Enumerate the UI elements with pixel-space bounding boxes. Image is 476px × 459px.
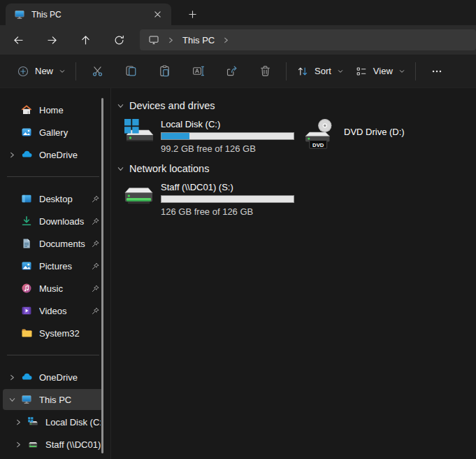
drive-name: Local Disk (C:) [161, 119, 294, 129]
sidebar-item-label: Local Disk (C:) [45, 417, 101, 428]
address-bar[interactable]: This PC [140, 29, 476, 50]
sort-icon [296, 65, 309, 78]
sidebar-item-pictures[interactable]: Pictures [3, 255, 103, 276]
file-explorer-window: This PC This PC New [0, 0, 476, 459]
network-drive-icon [121, 181, 156, 213]
copy-button[interactable] [117, 59, 145, 84]
chevron-down-icon [117, 102, 124, 110]
sidebar-item-label: OneDrive [39, 150, 101, 160]
delete-button[interactable] [251, 59, 279, 84]
capacity-bar-fill [161, 133, 189, 139]
cut-button[interactable] [83, 59, 111, 84]
breadcrumb-this-pc[interactable]: This PC [182, 35, 215, 45]
sidebar-item-onedrive-top[interactable]: OneDrive [3, 144, 103, 165]
sidebar-divider [7, 355, 99, 355]
sidebar-item-downloads[interactable]: Downloads [3, 211, 103, 232]
documents-icon [21, 238, 33, 249]
share-button[interactable] [217, 59, 245, 84]
chevron-down-icon [337, 68, 344, 75]
new-button-label: New [35, 66, 53, 76]
more-options-button[interactable] [423, 59, 451, 84]
pin-icon [89, 284, 101, 293]
content-area: Devices and drivesLocal Disk (C:)99.2 GB… [111, 88, 476, 459]
rename-button[interactable] [184, 59, 212, 84]
local-disk-icon [121, 118, 156, 150]
chevron-right-icon[interactable] [3, 374, 21, 381]
paste-button[interactable] [150, 59, 178, 84]
pin-icon [89, 217, 101, 226]
up-button[interactable] [74, 29, 96, 51]
svg-text:DVD: DVD [312, 142, 324, 148]
new-tab-button[interactable] [184, 6, 201, 22]
drive-item-staff-s[interactable]: Staff (\\DC01) (S:)126 GB free of 126 GB [121, 181, 294, 217]
onedrive-icon [21, 372, 33, 383]
sidebar-item-videos[interactable]: Videos [3, 300, 103, 321]
sidebar-item-onedrive[interactable]: OneDrive [3, 367, 103, 388]
network-drive-small-icon [27, 439, 39, 450]
chevron-down-icon[interactable] [3, 396, 21, 404]
tab-bar: This PC [0, 0, 476, 25]
view-button-label: View [373, 66, 393, 76]
pictures-icon [21, 260, 33, 271]
chevron-right-icon[interactable] [3, 151, 21, 159]
sidebar-item-home[interactable]: Home [3, 99, 103, 120]
capacity-bar [161, 195, 294, 203]
view-button[interactable]: View [349, 60, 411, 83]
command-toolbar: New Sort View [0, 55, 476, 88]
sidebar-item-label: This PC [39, 395, 101, 405]
onedrive-icon [21, 149, 33, 160]
chevron-right-icon[interactable] [9, 441, 27, 449]
tile-row: Staff (\\DC01) (S:)126 GB free of 126 GB [115, 181, 476, 217]
drive-item-local-disk-c[interactable]: Local Disk (C:)99.2 GB free of 126 GB [121, 118, 294, 154]
section-header[interactable]: Devices and drives [115, 99, 476, 112]
sidebar-item-label: Downloads [39, 216, 89, 227]
dvd-drive-icon: DVD [304, 118, 339, 150]
close-icon[interactable] [149, 6, 166, 23]
pin-icon [89, 262, 101, 271]
refresh-button[interactable] [108, 29, 130, 51]
drive-name: Staff (\\DC01) (S:) [161, 182, 294, 192]
sidebar-item-documents[interactable]: Documents [3, 233, 103, 254]
monitor-outline-icon [148, 34, 159, 45]
sidebar-item-label: Desktop [39, 194, 89, 204]
toolbar-divider [75, 62, 76, 80]
sidebar-item-gallery[interactable]: Gallery [3, 122, 103, 143]
home-icon [21, 104, 33, 115]
sidebar-item-system32[interactable]: System32 [3, 323, 103, 344]
this-pc-icon [21, 394, 33, 405]
folder-icon [21, 327, 33, 339]
downloads-icon [21, 216, 33, 227]
navigation-bar: This PC [0, 25, 476, 55]
capacity-text: 99.2 GB free of 126 GB [161, 143, 294, 154]
tab-title: This PC [31, 10, 143, 20]
forward-button[interactable] [41, 29, 63, 51]
new-button[interactable]: New [11, 60, 71, 83]
drive-name: DVD Drive (D:) [344, 127, 405, 137]
section-header[interactable]: Network locations [115, 162, 476, 175]
sidebar-item-label: Staff (\\DC01) [45, 439, 101, 450]
sidebar-item-label: Music [39, 283, 89, 294]
drive-item-dvd-drive-d[interactable]: DVDDVD Drive (D:) [304, 118, 405, 154]
sidebar-item-label: Gallery [39, 127, 101, 138]
pin-icon [89, 306, 101, 316]
sidebar-scrollbar[interactable] [101, 98, 103, 453]
chevron-right-icon[interactable] [167, 36, 175, 44]
sidebar-item-local-disk-c[interactable]: Local Disk (C:) [9, 411, 103, 432]
pin-icon [89, 195, 101, 204]
sidebar-item-label: Videos [39, 306, 89, 316]
sidebar-item-staff-dc01[interactable]: Staff (\\DC01) [9, 434, 103, 455]
sidebar-item-music[interactable]: Music [3, 278, 103, 299]
section-title: Devices and drives [129, 100, 215, 111]
toolbar-divider [286, 62, 287, 80]
sort-button[interactable]: Sort [291, 60, 349, 83]
local-disk-small-icon [27, 416, 39, 428]
back-button[interactable] [7, 29, 29, 51]
sidebar-item-this-pc[interactable]: This PC [3, 389, 103, 410]
sidebar-item-label: Pictures [39, 261, 89, 271]
tab-this-pc[interactable]: This PC [6, 3, 171, 25]
music-icon [21, 283, 33, 294]
chevron-right-icon[interactable] [9, 418, 27, 426]
sidebar-item-desktop[interactable]: Desktop [3, 188, 103, 209]
chevron-down-icon [59, 68, 66, 75]
chevron-right-icon[interactable] [222, 36, 230, 44]
